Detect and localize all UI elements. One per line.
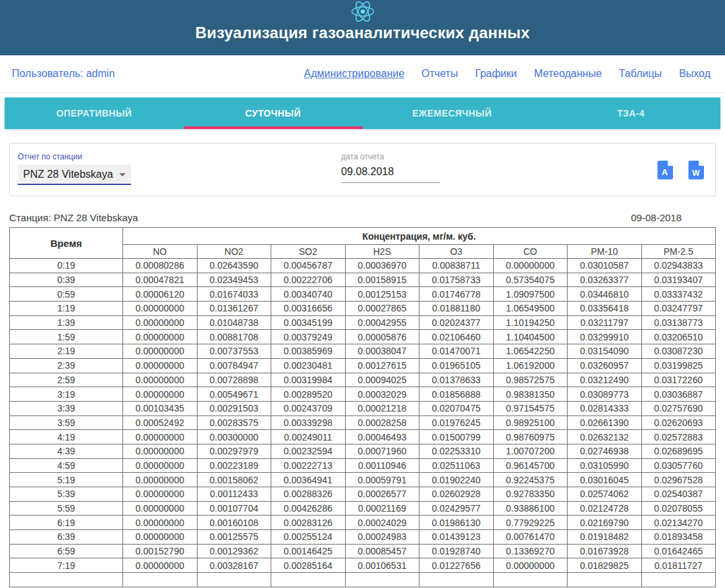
value-cell: 0.02746938 [568,444,642,458]
time-cell: 0:39 [10,273,123,287]
value-cell: 0.00000000 [123,373,198,387]
value-cell: 0.00006120 [123,287,198,302]
value-cell: 0.01673928 [568,544,642,558]
nav-item-meteodata[interactable]: Метеоданные [534,68,602,80]
value-cell: 0.00125575 [197,530,271,545]
export-word-icon[interactable]: W [688,160,705,180]
value-cell: 0.00052492 [123,415,198,430]
time-cell: 4:19 [10,430,123,444]
value-cell: 0.00243709 [271,401,346,415]
value-cell: 0.03263377 [568,273,642,287]
nav-item-graphs[interactable]: Графики [475,68,517,80]
value-cell: 0.01829825 [568,558,642,573]
column-header-no: NO [123,245,198,259]
nav-item-reports[interactable]: Отчеты [421,68,458,80]
report-date-text: 09-08-2018 [631,212,716,223]
value-cell: 0.00152790 [123,544,198,558]
value-cell: 0.01500799 [419,430,494,444]
value-cell: 0.02661390 [568,415,642,430]
value-cell: 0.03247797 [641,302,716,316]
value-cell: 0.00230481 [271,358,346,373]
table-row: 2:390.000000000.007849470.002304810.0012… [10,358,716,373]
report-date-label: дата отчета [341,152,440,161]
tab-operational[interactable]: ОПЕРАТИВНЫЙ [5,97,184,129]
table-row: 6:190.000000000.001601080.002831260.0002… [10,516,716,530]
value-cell: 0.00094025 [345,373,419,387]
table-row: 0:590.000061200.016740330.003407400.0012… [10,287,716,302]
nav-item-tables[interactable]: Таблицы [619,68,662,80]
value-cell: 0.02070475 [419,401,494,415]
value-cell: 0.92245375 [493,473,568,487]
value-cell: 1.09097500 [493,287,568,302]
value-cell: 0.03089773 [568,387,642,402]
tab-monthly[interactable]: ЕЖЕМЕСЯЧНЫЙ [363,97,542,129]
value-cell: 0.01439123 [419,530,494,545]
time-cell: 1:59 [10,330,123,344]
value-cell: 0.03154090 [568,344,642,359]
value-cell: 0.02124728 [568,501,642,516]
time-cell: 1:19 [10,302,123,316]
value-cell: 1.00707200 [493,444,568,458]
value-cell: 0.00291503 [197,401,271,415]
value-cell: 0.00021169 [345,501,419,516]
value-cell: 0.00028258 [345,415,419,430]
report-date-input[interactable]: 09.08.2018 [341,166,440,183]
value-cell: 0.02572883 [641,430,716,444]
nav-item-logout[interactable]: Выход [679,68,711,80]
value-cell: 0.92783350 [493,487,568,502]
value-cell: 0.02253310 [419,444,494,458]
value-cell: 0.00129362 [197,544,271,558]
value-cell: 0.00046493 [345,430,419,444]
nav-item-administration[interactable]: Администрирование [304,68,405,80]
empty-cell [345,573,419,587]
value-cell: 0.03010587 [568,259,642,273]
value-cell: 0.00071960 [345,444,419,458]
active-tab-indicator [184,126,363,129]
nav-menu: Администрирование Отчеты Графики Метеода… [287,68,711,80]
time-cell: 2:39 [10,358,123,373]
table-row: 1:390.000000000.010487380.003451990.0004… [10,315,716,330]
value-cell: 0.00000000 [123,358,198,373]
value-cell: 0.00080286 [123,259,198,273]
table-row: 7:190.000000000.003281670.002851640.0010… [10,558,716,573]
column-header-no2: NO2 [197,245,271,259]
station-select[interactable]: PNZ 28 Vitebskaya [18,165,131,185]
value-cell: 0.02620693 [641,415,716,430]
value-cell: 0.00300000 [197,430,271,444]
column-header-pm10: PM-10 [568,245,642,259]
value-cell: 0.00000000 [123,487,198,502]
tab-daily[interactable]: СУТОЧНЫЙ [184,97,363,129]
value-cell: 0.03260957 [568,358,642,373]
report-meta: Станция: PNZ 28 Vitebskaya 09-08-2018 [9,212,716,223]
value-cell: 0.00379249 [271,330,346,344]
table-row: 4:190.000000000.003000000.002490110.0004… [10,430,716,444]
value-cell: 0.00000000 [123,444,198,458]
value-cell: 0.01918482 [568,530,642,545]
value-cell: 0.01470071 [419,344,494,359]
value-cell: 0.00222706 [271,273,346,287]
station-select-label: Отчет по станции [18,152,341,161]
value-cell: 0.02643590 [197,259,271,273]
value-cell: 0.98760975 [493,430,568,444]
value-cell: 0.00106531 [345,558,419,573]
value-cell: 0.00339298 [271,415,346,430]
value-cell: 0.03138773 [641,315,716,330]
value-cell: 0.02540387 [641,487,716,502]
value-cell: 0.01674033 [197,287,271,302]
report-form-card: Отчет по станции PNZ 28 Vitebskaya дата … [9,143,716,196]
export-pdf-icon[interactable]: A [657,160,674,180]
report-date-field: дата отчета 09.08.2018 [341,152,440,183]
value-cell: 0.13369270 [493,544,568,558]
table-row: 2:590.000000000.007288980.003199840.0009… [10,373,716,387]
app-header: Визуализация газоаналитических данных [0,0,725,55]
time-cell: 2:19 [10,344,123,359]
value-cell: 0.01965105 [419,358,494,373]
station-line: Станция: PNZ 28 Vitebskaya [9,212,138,223]
value-cell: 0.00000000 [123,458,198,473]
table-row: 6:590.001527900.001293620.001464250.0008… [10,544,716,558]
value-cell: 0.03057760 [641,458,716,473]
value-cell: 0.57354075 [493,273,568,287]
value-cell: 0.00316656 [271,302,346,316]
tab-tza4[interactable]: ТЗА-4 [541,97,720,129]
chevron-down-icon [119,173,126,176]
